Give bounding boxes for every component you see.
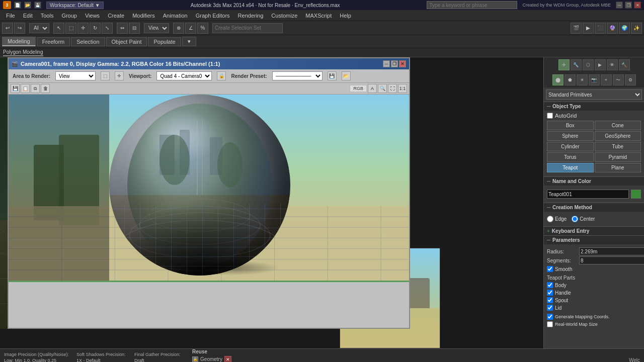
geosphere-btn[interactable]: GeoSphere — [595, 131, 641, 141]
close-btn[interactable]: ✕ — [634, 2, 641, 9]
area-dropdown[interactable]: View — [55, 71, 96, 80]
menu-maxscript[interactable]: MAXScript — [301, 12, 336, 20]
save-preset-btn[interactable]: 💾 — [328, 71, 337, 80]
toolbar-btn-save[interactable]: 💾 — [34, 2, 41, 9]
torus-btn[interactable]: Torus — [547, 152, 594, 162]
toolbar-btn-new[interactable]: 📄 — [14, 2, 21, 9]
move-btn[interactable]: ✛ — [77, 23, 89, 34]
undo-btn[interactable]: ↩ — [2, 23, 13, 34]
tab-object-paint[interactable]: Object Paint — [106, 37, 147, 46]
body-checkbox[interactable] — [547, 282, 553, 288]
pyramid-btn[interactable]: Pyramid — [595, 152, 641, 162]
rotate-btn[interactable]: ↻ — [90, 23, 101, 34]
render-effects-btn[interactable]: ✨ — [631, 23, 642, 34]
geometry-close-btn[interactable]: ✕ — [224, 356, 231, 363]
percent-snap[interactable]: % — [197, 23, 208, 34]
angle-snap[interactable]: ∠ — [185, 23, 196, 34]
tab-modeling[interactable]: Modeling — [2, 37, 36, 46]
align-btn[interactable]: ⊟ — [129, 23, 140, 34]
lid-checkbox[interactable] — [547, 305, 553, 311]
render-btn[interactable]: ▶ — [583, 23, 594, 34]
name-color-header[interactable]: ─ Name and Color — [544, 177, 644, 186]
select-btn[interactable]: ↖ — [53, 23, 64, 34]
mirror-btn[interactable]: ⇔ — [117, 23, 128, 34]
cone-btn[interactable]: Cone — [595, 121, 641, 130]
menu-edit[interactable]: Edit — [19, 12, 37, 20]
shapes-icon[interactable]: ⬟ — [565, 74, 576, 85]
tab-selection[interactable]: Selection — [71, 37, 105, 46]
snap-toggle[interactable]: ⊕ — [173, 23, 184, 34]
cylinder-btn[interactable]: Cylinder — [547, 142, 594, 151]
menu-group[interactable]: Group — [57, 12, 81, 20]
smooth-checkbox[interactable] — [547, 266, 553, 272]
render-tb-fit[interactable]: ⛶ — [388, 84, 397, 93]
preset-dropdown[interactable]: ────────── — [272, 71, 323, 80]
menu-graph-editors[interactable]: Graph Editors — [192, 12, 234, 20]
search-input[interactable] — [427, 1, 517, 9]
display-panel-icon[interactable]: 👁 — [607, 59, 618, 70]
dialog-close-btn[interactable]: ✕ — [399, 60, 406, 67]
tube-btn[interactable]: Tube — [595, 142, 641, 151]
box-btn[interactable]: Box — [547, 121, 594, 130]
radius-input[interactable] — [579, 247, 644, 255]
teapot-btn[interactable]: Teapot — [547, 163, 594, 172]
viewport-dropdown[interactable]: Quad 4 - Camera0 — [156, 71, 212, 80]
all-dropdown[interactable]: All — [29, 23, 49, 33]
motion-panel-icon[interactable]: ▶ — [595, 59, 606, 70]
create-panel-icon[interactable]: ✛ — [558, 59, 570, 70]
render-active-btn[interactable]: ⬛ — [595, 23, 606, 34]
viewport-area[interactable]: 🎬 Camera001, frame 0, Display Gamma: 2.2… — [0, 57, 543, 348]
modify-panel-icon[interactable]: 🔧 — [571, 59, 582, 70]
menu-help[interactable]: Help — [336, 12, 355, 20]
menu-tools[interactable]: Tools — [37, 12, 58, 20]
load-preset-btn[interactable]: 📂 — [342, 71, 351, 80]
render-canvas[interactable] — [9, 95, 409, 281]
menu-animation[interactable]: Animation — [159, 12, 192, 20]
minimize-btn[interactable]: ─ — [616, 2, 623, 9]
color-swatch[interactable] — [631, 190, 641, 199]
render-area-icon1[interactable]: ⬚ — [101, 71, 110, 80]
handle-checkbox[interactable] — [547, 290, 553, 296]
autogrid-checkbox[interactable] — [547, 113, 553, 119]
sphere-btn[interactable]: Sphere — [547, 131, 594, 141]
dialog-minimize-btn[interactable]: ─ — [383, 60, 390, 67]
dialog-restore-btn[interactable]: ❐ — [391, 60, 398, 67]
systems-icon[interactable]: ⚙ — [625, 74, 636, 85]
view-dropdown[interactable]: View — [144, 23, 169, 33]
parameters-header[interactable]: ─ Parameters — [544, 236, 644, 244]
tab-freeform[interactable]: Freeform — [37, 37, 70, 46]
geometry-lock-icon[interactable]: 🔒 — [192, 356, 198, 363]
geometry-icon[interactable]: ⬤ — [552, 74, 564, 85]
plane-btn[interactable]: Plane — [595, 163, 641, 172]
segments-input[interactable] — [579, 256, 644, 264]
menu-modifiers[interactable]: Modifiers — [128, 12, 159, 20]
render-tb-clone[interactable]: ⧉ — [31, 84, 40, 93]
render-tb-info2[interactable]: A — [368, 84, 377, 93]
select-region-btn[interactable]: ⬚ — [65, 23, 76, 34]
real-world-checkbox[interactable] — [547, 321, 553, 327]
material-editor-btn[interactable]: 🔮 — [607, 23, 618, 34]
render-env-btn[interactable]: 🌍 — [619, 23, 630, 34]
lock-viewport-btn[interactable]: 🔒 — [217, 71, 226, 80]
gen-mapping-checkbox[interactable] — [547, 314, 553, 320]
hierarchy-panel-icon[interactable]: ⬡ — [583, 59, 594, 70]
lights-icon[interactable]: ☀ — [577, 74, 588, 85]
toolbar-btn-open[interactable]: 📂 — [24, 2, 31, 9]
tab-extra[interactable]: ▾ — [182, 37, 196, 46]
menu-views[interactable]: Views — [81, 12, 104, 20]
render-tb-save[interactable]: 💾 — [11, 84, 20, 93]
center-radio[interactable]: Center — [572, 216, 595, 222]
menu-customize[interactable]: Customize — [267, 12, 301, 20]
object-name-input[interactable] — [547, 190, 629, 199]
spacewarps-icon[interactable]: 〜 — [613, 74, 624, 85]
render-tb-actual[interactable]: 1:1 — [398, 84, 407, 93]
scale-btn[interactable]: ⤡ — [102, 23, 113, 34]
redo-btn[interactable]: ↪ — [14, 23, 25, 34]
menu-file[interactable]: File — [2, 12, 19, 20]
helpers-icon[interactable]: + — [601, 74, 612, 85]
menu-create[interactable]: Create — [104, 12, 128, 20]
render-tb-copy[interactable]: 📋 — [21, 84, 30, 93]
workspace-dropdown[interactable]: Workspace: Default ▼ — [46, 2, 104, 9]
spout-checkbox[interactable] — [547, 297, 553, 303]
menu-rendering[interactable]: Rendering — [234, 12, 268, 20]
